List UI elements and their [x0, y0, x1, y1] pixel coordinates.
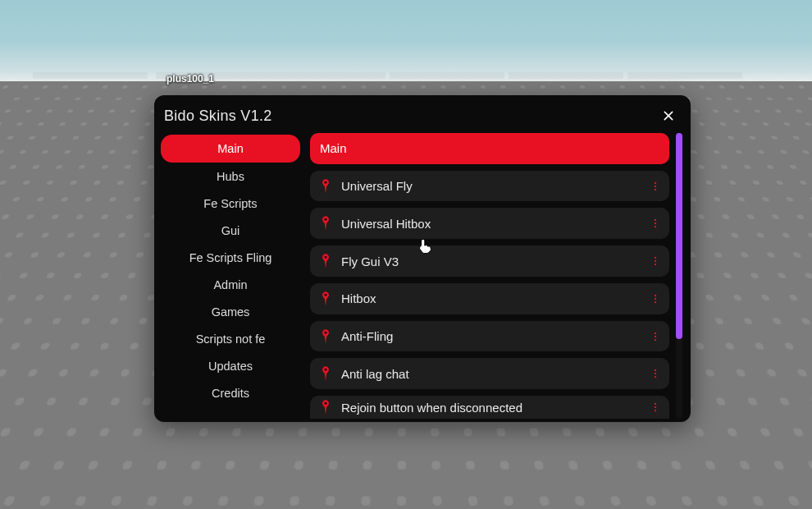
sidebar-item-label: Credits: [212, 387, 249, 400]
svg-point-25: [655, 403, 656, 405]
sidebar-item-label: Hubs: [217, 170, 244, 183]
more-button[interactable]: [648, 254, 663, 268]
close-button[interactable]: [658, 105, 679, 126]
svg-point-7: [655, 226, 656, 227]
sidebar-item-label: Fe Scripts Fling: [189, 251, 272, 264]
more-button[interactable]: [648, 216, 663, 231]
window-title: Bido Skins V1.2: [164, 108, 272, 125]
svg-point-21: [655, 369, 656, 371]
scrollbar[interactable]: [676, 133, 682, 419]
kebab-icon: [650, 254, 661, 268]
svg-point-17: [655, 332, 656, 333]
script-hub-window[interactable]: Bido Skins V1.2 Main Hubs Fe Scripts Gui…: [154, 95, 691, 422]
svg-point-13: [655, 295, 656, 296]
sidebar-item-main[interactable]: Main: [161, 135, 300, 163]
svg-point-1: [655, 181, 656, 183]
svg-point-6: [655, 222, 656, 224]
window-titlebar[interactable]: Bido Skins V1.2: [161, 102, 682, 133]
more-button[interactable]: [648, 329, 663, 344]
sidebar-item-fe-fling[interactable]: Fe Scripts Fling: [161, 244, 300, 271]
list-item-label: Fly Gui V3: [341, 254, 640, 268]
list-item[interactable]: Universal Fly: [310, 171, 669, 202]
close-icon: [662, 109, 675, 122]
svg-point-18: [655, 335, 656, 337]
svg-point-14: [655, 298, 656, 300]
kebab-icon: [650, 216, 661, 231]
svg-point-5: [655, 219, 656, 221]
list-item-label: Hitbox: [341, 291, 640, 305]
list-item-label: Universal Hitbox: [341, 217, 640, 231]
sidebar-item-label: Updates: [208, 360, 253, 373]
kebab-icon: [650, 179, 661, 194]
list-item[interactable]: Universal Hitbox: [310, 208, 669, 239]
svg-point-9: [655, 257, 656, 259]
svg-point-2: [655, 185, 656, 186]
sidebar-item-gui[interactable]: Gui: [161, 217, 300, 244]
svg-point-20: [325, 369, 327, 371]
svg-point-12: [325, 294, 327, 296]
scrollbar-thumb[interactable]: [676, 133, 682, 339]
kebab-icon: [650, 291, 661, 306]
list-item-label: Anti lag chat: [341, 367, 640, 381]
svg-point-24: [325, 402, 327, 405]
content-pane: Main Universal Fly Universal Hitbox: [310, 133, 682, 419]
sidebar-item-label: Gui: [221, 224, 240, 237]
sidebar-item-games[interactable]: Games: [161, 298, 300, 325]
list-section-header: Main: [310, 133, 669, 164]
pin-icon: [318, 215, 333, 232]
svg-point-11: [655, 264, 656, 265]
pin-icon: [318, 328, 333, 345]
sidebar-item-admin[interactable]: Admin: [161, 271, 300, 298]
kebab-icon: [650, 329, 661, 344]
list-item[interactable]: Anti-Fling: [310, 321, 669, 352]
svg-point-0: [325, 181, 327, 183]
list-item[interactable]: Hitbox: [310, 283, 669, 314]
pin-icon: [318, 253, 333, 269]
script-list: Main Universal Fly Universal Hitbox: [310, 133, 671, 419]
sidebar-item-label: Main: [217, 142, 243, 155]
sidebar: Main Hubs Fe Scripts Gui Fe Scripts Flin…: [161, 133, 300, 419]
svg-point-3: [655, 189, 656, 190]
svg-point-15: [655, 301, 656, 303]
svg-point-19: [655, 338, 656, 340]
scene-root: plus100_1 Bido Skins V1.2 Main Hubs Fe S…: [0, 0, 812, 509]
pin-icon: [318, 291, 333, 307]
list-item-label: Universal Fly: [341, 179, 640, 193]
sidebar-item-credits[interactable]: Credits: [161, 379, 300, 406]
list-item[interactable]: Anti lag chat: [310, 358, 669, 389]
svg-point-8: [325, 256, 327, 259]
sidebar-item-scripts-not-fe[interactable]: Scripts not fe: [161, 325, 300, 352]
sidebar-item-label: Games: [212, 305, 250, 319]
window-body: Main Hubs Fe Scripts Gui Fe Scripts Flin…: [161, 133, 682, 419]
sidebar-item-label: Fe Scripts: [203, 197, 257, 210]
more-button[interactable]: [648, 291, 663, 306]
more-button[interactable]: [648, 366, 663, 381]
pin-icon: [318, 365, 333, 382]
list-item[interactable]: Rejoin button when disconnected: [310, 396, 669, 419]
more-button[interactable]: [648, 400, 663, 415]
list-item-label: Anti-Fling: [341, 329, 640, 343]
svg-point-26: [655, 406, 656, 408]
svg-point-22: [655, 373, 656, 374]
pin-icon: [318, 399, 333, 415]
list-item-label: Rejoin button when disconnected: [341, 401, 640, 415]
sidebar-item-fe-scripts[interactable]: Fe Scripts: [161, 190, 300, 217]
kebab-icon: [650, 366, 661, 381]
list-item[interactable]: Fly Gui V3: [310, 245, 669, 277]
sidebar-item-hubs[interactable]: Hubs: [161, 163, 300, 190]
svg-point-27: [655, 410, 656, 411]
svg-point-23: [655, 376, 656, 378]
svg-point-10: [655, 260, 656, 262]
sidebar-item-updates[interactable]: Updates: [161, 352, 300, 379]
sidebar-item-label: Scripts not fe: [196, 332, 266, 346]
pin-icon: [318, 178, 333, 195]
list-section-title: Main: [320, 141, 347, 155]
sidebar-item-label: Admin: [213, 278, 247, 291]
kebab-icon: [650, 400, 661, 415]
svg-point-4: [325, 218, 327, 221]
more-button[interactable]: [648, 179, 663, 194]
svg-point-16: [325, 331, 327, 333]
